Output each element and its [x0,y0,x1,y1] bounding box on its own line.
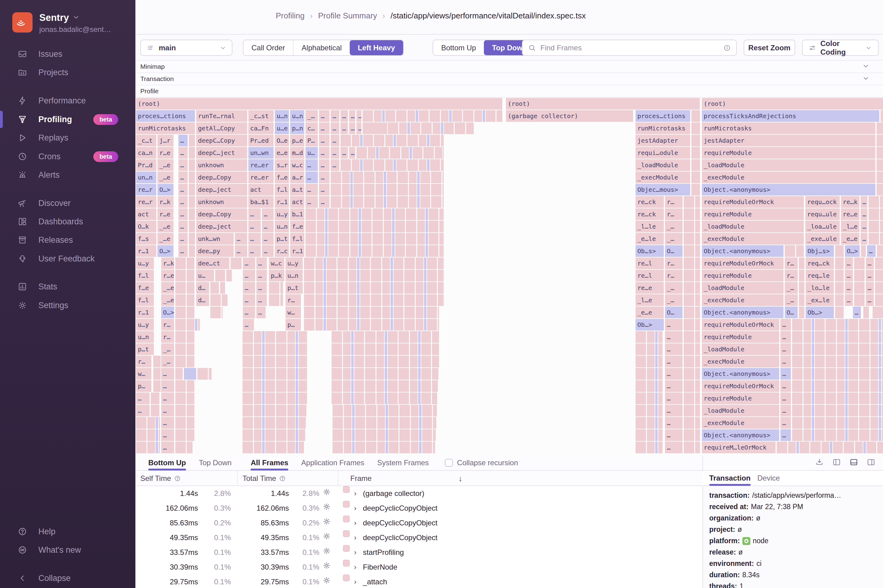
flame-frame[interactable] [877,184,883,195]
tab-bottom-up[interactable]: Bottom Up [148,455,186,471]
flame-frame[interactable]: … [179,233,188,244]
flame-frame[interactable] [792,319,883,330]
layout-bottom-button[interactable] [849,458,859,469]
flame-frame[interactable]: a…r [290,171,304,183]
flame-frame[interactable]: re…e [635,282,664,294]
flame-frame[interactable] [243,417,306,429]
flame-frame[interactable] [226,270,232,281]
flame-frame[interactable]: _…e [158,171,173,183]
flame-frame[interactable]: _…e [158,159,173,171]
flame-frame[interactable]: deep…ject [196,184,247,195]
flame-frame[interactable]: … [262,233,273,244]
flame-frame[interactable]: … [179,171,188,183]
sidebar-item-issues[interactable]: Issues [0,45,135,63]
flame-frame[interactable]: r… [665,258,683,269]
flame-frame[interactable]: … [331,135,339,146]
flame-frame[interactable] [835,245,844,257]
flame-frame[interactable]: (root) [506,98,700,110]
flame-frame[interactable]: re…er [248,171,273,183]
flame-frame[interactable]: r…1 [136,307,154,318]
flame-frame[interactable] [799,307,804,318]
flame-frame[interactable] [305,245,444,257]
flame-frame[interactable]: unknown [196,196,247,208]
flame-frame[interactable]: … [665,344,683,355]
flame-frame[interactable]: r… [785,270,797,281]
flame-frame[interactable] [684,307,700,318]
flame-frame[interactable]: O…> [158,245,173,257]
flame-frame[interactable] [189,245,195,257]
profile-section-header[interactable]: Profile [135,86,883,98]
flame-frame[interactable]: w… [285,307,301,318]
flame-frame[interactable]: re…r [136,196,156,208]
flame-frame[interactable] [635,380,662,392]
flame-frame[interactable]: … [331,110,339,122]
flame-frame[interactable]: … [331,123,339,134]
flame-frame[interactable] [175,294,195,306]
flame-frame[interactable]: _… [665,294,683,306]
flame-frame[interactable] [341,159,444,171]
flame-frame[interactable] [189,196,195,208]
flame-frame[interactable]: … [262,220,273,232]
flame-frame[interactable] [691,171,700,183]
flame-frame[interactable]: … [136,393,150,404]
flame-frame[interactable] [835,307,844,318]
flame-frame[interactable] [189,233,195,244]
flame-frame[interactable]: re…l [635,258,664,269]
flame-frame[interactable] [875,258,883,269]
flame-frame[interactable]: re…r [136,184,156,195]
flame-frame[interactable]: … [136,405,150,417]
flame-frame[interactable]: … [845,294,853,306]
flame-frame[interactable] [635,405,662,417]
flame-frame[interactable] [792,368,883,380]
flame-frame[interactable]: … [781,319,791,330]
sidebar-item-stats[interactable]: Stats [0,278,135,296]
flame-frame[interactable]: … [319,184,329,195]
flame-frame[interactable] [691,135,700,146]
flame-frame[interactable]: requireModule [702,208,804,220]
flame-frame[interactable] [684,294,700,306]
flame-frame[interactable]: _e…le [635,233,664,244]
flame-frame[interactable]: … [235,245,247,257]
flame-frame[interactable]: O…k [136,220,156,232]
flame-frame[interactable] [304,270,444,281]
flame-frame[interactable] [869,220,883,232]
flame-frame[interactable] [684,356,700,368]
flame-frame[interactable]: … [305,171,318,183]
flame-frame[interactable] [153,380,161,392]
chevron-down-icon[interactable] [862,62,869,71]
flame-frame[interactable] [332,429,435,441]
flame-frame[interactable]: requ…ule [805,208,840,220]
flame-frame[interactable]: … [319,196,329,208]
flame-frame[interactable] [136,442,160,453]
flame-frame[interactable]: … [319,135,329,146]
flame-frame[interactable] [835,282,844,294]
flame-frame[interactable]: p… [136,380,152,392]
flame-frame[interactable]: … [781,368,791,380]
flame-frame[interactable]: e…e [275,147,289,159]
gear-icon[interactable] [323,486,331,494]
flame-frame[interactable]: requ…ock [805,196,840,208]
flame-frame[interactable]: … [248,245,261,257]
flame-frame[interactable]: … [243,270,255,281]
flame-frame[interactable] [304,258,444,269]
flame-frame[interactable]: … [665,380,683,392]
flame-frame[interactable] [305,220,444,232]
flame-frame[interactable] [136,429,160,441]
sort-direction-arrow-icon[interactable]: ↓ [458,471,463,486]
flame-frame[interactable]: … [349,123,355,134]
flame-frame[interactable]: requi…odule [635,147,690,159]
flame-frame[interactable] [875,294,883,306]
flame-frame[interactable]: (root) [136,98,502,110]
flame-frame[interactable]: … [256,282,267,294]
flame-frame[interactable]: _loadModule [702,405,779,417]
flame-frame[interactable] [243,368,307,380]
flame-frame[interactable] [210,282,219,294]
flame-frame[interactable]: … [243,307,255,318]
flame-frame[interactable]: Obj…s> [806,245,834,257]
flame-frame[interactable]: Object.<anonymous> [702,429,779,441]
sidebar-item-projects[interactable]: Projects [0,63,135,82]
sidebar-item-alerts[interactable]: Alerts [0,166,135,184]
flame-frame[interactable] [799,258,804,269]
flame-frame[interactable]: _…e [158,233,173,244]
flame-frame[interactable] [684,282,700,294]
